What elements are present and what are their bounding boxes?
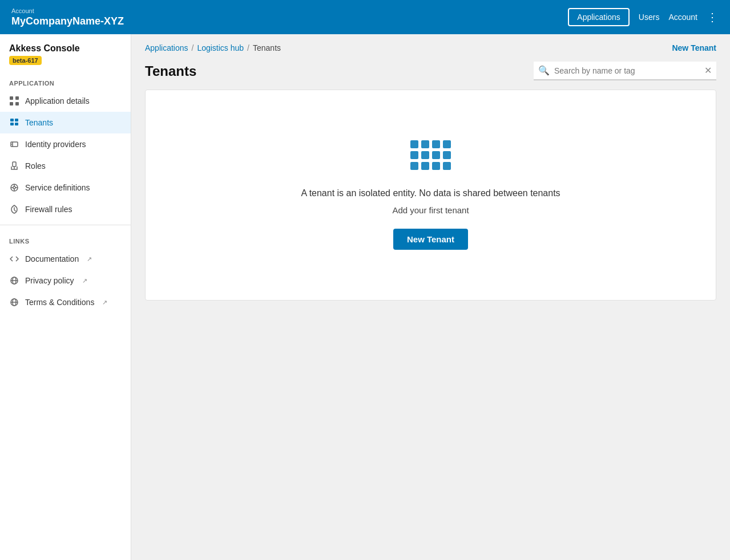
sidebar-brand: Akkess Console beta-617 — [0, 34, 131, 72]
breadcrumb-applications[interactable]: Applications — [145, 43, 188, 52]
breadcrumb-sep2: / — [247, 43, 249, 52]
grid-dot — [421, 162, 429, 170]
svg-rect-11 — [13, 162, 16, 167]
account-info: Account MyCompanyName-XYZ — [11, 7, 124, 27]
sidebar-item-tenants[interactable]: Tenants — [0, 112, 131, 133]
tenants-icon — [9, 117, 19, 128]
roles-icon — [9, 161, 19, 171]
search-icon: 🔍 — [538, 65, 550, 76]
breadcrumb: Applications / Logistics hub / Tenants — [145, 43, 281, 52]
sidebar-item-label: Tenants — [25, 118, 53, 127]
beta-badge: beta-617 — [9, 56, 42, 65]
svg-rect-6 — [10, 123, 14, 125]
search-input[interactable] — [554, 66, 700, 75]
svg-point-10 — [11, 144, 13, 145]
sidebar-item-label: Privacy policy — [25, 276, 74, 285]
svg-rect-2 — [10, 102, 13, 105]
external-link-icon: ↗ — [87, 255, 92, 263]
more-options-button[interactable]: ⋮ — [707, 10, 719, 24]
sidebar-item-label: Terms & Conditions — [25, 298, 94, 307]
new-tenant-header-button[interactable]: New Tenant — [672, 43, 716, 52]
grid-dot — [443, 140, 451, 148]
brand-title: Akkess Console — [9, 43, 122, 54]
account-button[interactable]: Account — [668, 13, 697, 22]
sidebar-item-privacy-policy[interactable]: Privacy policy ↗ — [0, 270, 131, 291]
globe-icon — [9, 275, 19, 286]
grid-dot — [421, 140, 429, 148]
sidebar-item-label: Documentation — [25, 254, 79, 263]
grid-dot — [432, 151, 440, 159]
links-section-label: LINKS — [0, 230, 131, 248]
svg-rect-0 — [10, 96, 13, 100]
svg-point-14 — [13, 186, 15, 189]
grid-dot — [432, 140, 440, 148]
breadcrumb-row: Applications / Logistics hub / Tenants N… — [131, 34, 730, 62]
breadcrumb-logistics-hub[interactable]: Logistics hub — [197, 43, 244, 52]
grid-dot — [410, 162, 418, 170]
grid-dot — [410, 140, 418, 148]
sidebar-item-terms-conditions[interactable]: Terms & Conditions ↗ — [0, 291, 131, 313]
sidebar-item-firewall-rules[interactable]: Firewall rules — [0, 198, 131, 220]
empty-state-title: A tenant is an isolated entity. No data … — [301, 188, 560, 198]
sidebar-item-label: Application details — [25, 96, 90, 105]
main-content: Applications / Logistics hub / Tenants N… — [131, 34, 730, 560]
svg-rect-4 — [10, 119, 14, 121]
sidebar-divider — [0, 225, 131, 225]
empty-state-card: A tenant is an isolated entity. No data … — [145, 90, 716, 301]
grid-icon — [9, 96, 19, 106]
applications-button[interactable]: Applications — [568, 8, 630, 26]
sidebar-item-identity-providers[interactable]: Identity providers — [0, 133, 131, 155]
sidebar-item-documentation[interactable]: Documentation ↗ — [0, 248, 131, 270]
top-nav: Account MyCompanyName-XYZ Applications U… — [0, 0, 730, 34]
search-clear-button[interactable]: ✕ — [704, 65, 712, 76]
identity-icon — [9, 139, 19, 149]
sidebar-item-label: Identity providers — [25, 140, 86, 149]
grid-dot — [421, 151, 429, 159]
sidebar-item-label: Firewall rules — [25, 205, 72, 214]
breadcrumb-tenants: Tenants — [253, 43, 281, 52]
account-label: Account — [11, 7, 124, 14]
top-nav-right: Applications Users Account ⋮ — [568, 8, 719, 26]
svg-rect-7 — [15, 123, 18, 125]
page-title: Tenants — [145, 63, 196, 79]
sidebar-item-roles[interactable]: Roles — [0, 155, 131, 177]
search-box: 🔍 ✕ — [534, 62, 716, 80]
grid-dot — [432, 162, 440, 170]
grid-dot — [443, 151, 451, 159]
empty-state-subtitle: Add your first tenant — [392, 205, 469, 215]
sidebar-item-application-details[interactable]: Application details — [0, 90, 131, 112]
svg-rect-1 — [15, 96, 19, 100]
grid-dot — [443, 162, 451, 170]
application-section-label: APPLICATION — [0, 72, 131, 90]
users-button[interactable]: Users — [639, 13, 660, 22]
grid-dot — [410, 151, 418, 159]
layout: Akkess Console beta-617 APPLICATION Appl… — [0, 34, 730, 560]
code-icon — [9, 254, 19, 264]
external-link-icon: ↗ — [82, 277, 87, 285]
sidebar-item-service-definitions[interactable]: Service definitions — [0, 177, 131, 198]
sidebar-item-label: Service definitions — [25, 183, 90, 192]
svg-rect-5 — [15, 119, 18, 121]
sidebar-item-label: Roles — [25, 161, 46, 171]
content-area: Tenants 🔍 ✕ — [131, 62, 730, 314]
firewall-icon — [9, 204, 19, 214]
svg-rect-3 — [15, 102, 19, 105]
tenants-header: Tenants 🔍 ✕ — [145, 62, 716, 80]
breadcrumb-sep1: / — [192, 43, 194, 52]
sidebar: Akkess Console beta-617 APPLICATION Appl… — [0, 34, 131, 560]
service-icon — [9, 182, 19, 193]
new-tenant-button[interactable]: New Tenant — [393, 229, 468, 250]
globe2-icon — [9, 297, 19, 307]
account-name: MyCompanyName-XYZ — [11, 15, 124, 27]
external-link-icon: ↗ — [102, 299, 107, 306]
empty-grid-icon — [410, 140, 451, 170]
